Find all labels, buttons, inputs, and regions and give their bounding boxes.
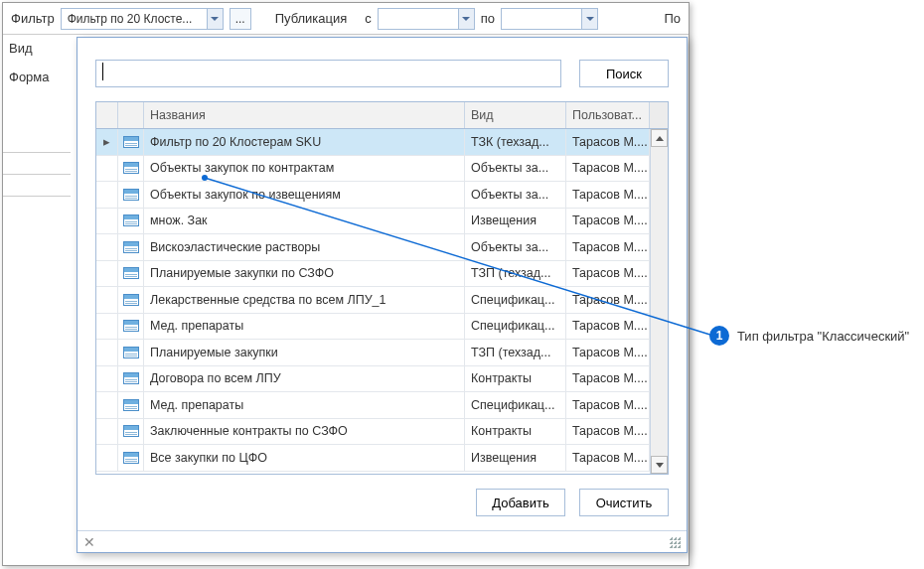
row-type-icon [118, 182, 144, 208]
row-name: Заключенные контракты по СЗФО [144, 419, 465, 445]
table-row[interactable]: Лекарственные средства по всем ЛПУ_1Спец… [96, 287, 668, 314]
table-row[interactable]: Мед. препаратыСпецификац...Тарасов М.... [96, 392, 668, 419]
row-type-icon [118, 445, 144, 471]
row-vid: Спецификац... [465, 392, 566, 418]
row-indicator [96, 340, 118, 365]
add-button[interactable]: Добавить [476, 489, 565, 516]
row-indicator [96, 182, 118, 208]
table-row[interactable]: ▸Фильтр по 20 Клостерам SKUТЗК (техзад..… [96, 129, 668, 156]
row-user: Тарасов М.... [566, 129, 650, 155]
row-vid: ТЗП (техзад... [465, 261, 566, 287]
row-user: Тарасов М.... [566, 366, 650, 392]
row-vid: Контракты [465, 419, 566, 445]
chevron-down-icon[interactable] [207, 9, 223, 29]
row-vid: Спецификац... [465, 287, 566, 313]
row-vid: Объекты за... [465, 182, 566, 208]
row-user: Тарасов М.... [566, 261, 650, 287]
col-icon [118, 102, 144, 128]
filter-picker-popup: Поиск Названия Вид Пользоват... ▸Фильтр … [77, 37, 688, 553]
to-label: по [481, 11, 495, 26]
side-rules [3, 152, 71, 217]
row-type-icon [118, 392, 144, 418]
table-row[interactable]: Планируемые закупки по СЗФОТЗП (техзад..… [96, 261, 668, 288]
row-type-icon [118, 340, 144, 365]
side-labels: Вид Форма [9, 41, 50, 84]
row-user: Тарасов М.... [566, 392, 650, 418]
col-vid[interactable]: Вид [465, 102, 566, 128]
table-row[interactable]: Мед. препаратыСпецификац...Тарасов М.... [96, 314, 668, 341]
row-name: Планируемые закупки [144, 340, 465, 365]
row-type-icon [118, 156, 144, 182]
row-vid: ТЗК (техзад... [465, 129, 566, 155]
row-name: Объекты закупок по извещениям [144, 182, 465, 208]
row-type-icon [118, 234, 144, 260]
table-row[interactable]: Заключенные контракты по СЗФОКонтрактыТа… [96, 419, 668, 446]
publication-label: Публикация [275, 11, 348, 26]
filter-ellipsis-button[interactable]: ... [230, 8, 251, 30]
callout-text: Тип фильтра "Классический" [737, 329, 909, 344]
search-input[interactable] [95, 60, 561, 87]
col-user[interactable]: Пользоват... [566, 102, 650, 128]
row-name: Планируемые закупки по СЗФО [144, 261, 465, 287]
row-type-icon [118, 366, 144, 392]
scroll-up-button[interactable] [651, 129, 668, 147]
row-indicator [96, 209, 118, 234]
row-indicator [96, 366, 118, 392]
date-from-combo[interactable] [378, 8, 475, 30]
row-vid: Извещения [465, 445, 566, 471]
popup-footer: ✕ [77, 530, 687, 552]
filter-label: Фильтр [11, 11, 55, 26]
filter-combo[interactable]: Фильтр по 20 Клосте... [61, 8, 224, 30]
row-vid: ТЗП (техзад... [465, 340, 566, 365]
row-vid: Спецификац... [465, 314, 566, 340]
table-row[interactable]: Все закупки по ЦФОИзвещенияТарасов М.... [96, 445, 668, 472]
grid-body: ▸Фильтр по 20 Клостерам SKUТЗК (техзад..… [96, 129, 668, 474]
row-type-icon [118, 419, 144, 445]
date-to-combo[interactable] [501, 8, 598, 30]
row-name: Мед. препараты [144, 314, 465, 340]
row-indicator [96, 419, 118, 445]
scroll-down-button[interactable] [651, 456, 668, 474]
vertical-scrollbar[interactable] [650, 129, 668, 474]
row-user: Тарасов М.... [566, 234, 650, 260]
row-name: Мед. препараты [144, 392, 465, 418]
close-icon[interactable]: ✕ [83, 534, 95, 550]
top-toolbar: Фильтр Фильтр по 20 Клосте... ... Публик… [3, 3, 689, 35]
chevron-down-icon[interactable] [581, 9, 597, 29]
filter-combo-text: Фильтр по 20 Клосте... [68, 12, 193, 26]
row-name: Все закупки по ЦФО [144, 445, 465, 471]
row-name: Объекты закупок по контрактам [144, 156, 465, 182]
row-type-icon [118, 314, 144, 340]
row-indicator [96, 314, 118, 340]
row-user: Тарасов М.... [566, 209, 650, 234]
clear-button[interactable]: Очистить [579, 489, 669, 516]
search-button[interactable]: Поиск [579, 60, 669, 87]
row-indicator [96, 156, 118, 182]
table-row[interactable]: Вискоэластические растворыОбъекты за...Т… [96, 234, 668, 261]
row-name: множ. Зак [144, 209, 465, 234]
row-user: Тарасов М.... [566, 314, 650, 340]
chevron-down-icon[interactable] [458, 9, 474, 29]
row-type-icon [118, 129, 144, 155]
col-name[interactable]: Названия [144, 102, 465, 128]
table-row[interactable]: Договора по всем ЛПУКонтрактыТарасов М..… [96, 366, 668, 393]
row-user: Тарасов М.... [566, 445, 650, 471]
col-scrollbar-space [650, 102, 668, 128]
row-user: Тарасов М.... [566, 287, 650, 313]
forma-label: Форма [9, 70, 50, 84]
vid-label: Вид [9, 41, 50, 56]
row-vid: Объекты за... [465, 234, 566, 260]
row-user: Тарасов М.... [566, 340, 650, 365]
table-row[interactable]: Объекты закупок по извещениямОбъекты за.… [96, 182, 668, 209]
row-type-icon [118, 287, 144, 313]
from-label: с [365, 11, 372, 26]
resize-grip-icon[interactable] [669, 536, 681, 548]
table-row[interactable]: Объекты закупок по контрактамОбъекты за.… [96, 156, 668, 183]
table-row[interactable]: множ. ЗакИзвещенияТарасов М.... [96, 209, 668, 235]
row-indicator [96, 445, 118, 471]
popup-search-row: Поиск [77, 38, 687, 101]
row-user: Тарасов М.... [566, 182, 650, 208]
table-row[interactable]: Планируемые закупкиТЗП (техзад...Тарасов… [96, 340, 668, 366]
row-type-icon [118, 261, 144, 287]
row-vid: Контракты [465, 366, 566, 392]
